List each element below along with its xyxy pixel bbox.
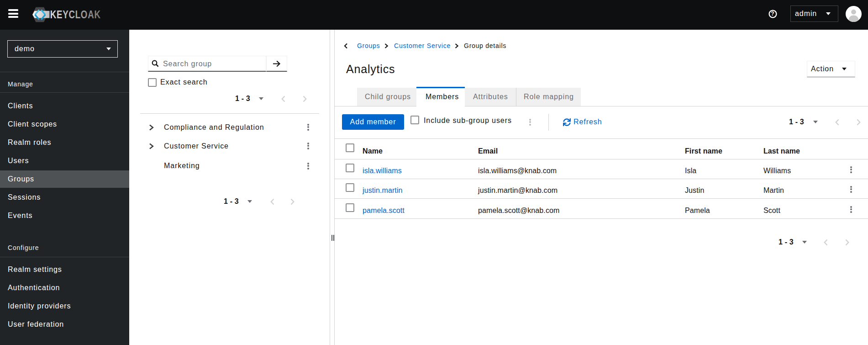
- svg-text:?: ?: [771, 11, 774, 17]
- svg-text:KEYCLOAK: KEYCLOAK: [50, 9, 101, 21]
